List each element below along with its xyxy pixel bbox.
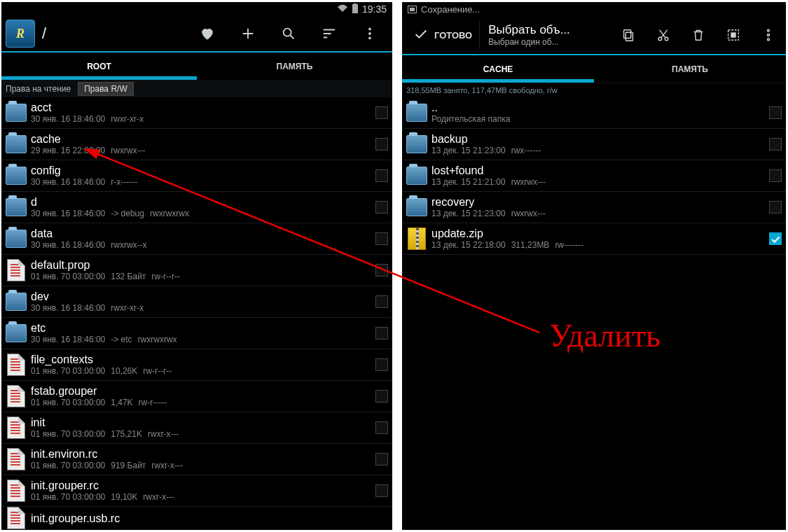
list-item[interactable]: fstab.grouper01 янв. 70 03:00:001,47Krw-… xyxy=(1,381,392,412)
checkbox[interactable] xyxy=(375,484,388,497)
right-file-list[interactable]: ..Родительская папкаbackup13 дек. 15 21:… xyxy=(402,97,786,255)
folder-icon xyxy=(6,324,27,342)
list-item[interactable]: init.environ.rc01 янв. 70 03:00:00919 Ба… xyxy=(1,444,392,475)
left-pane: 19:35 R / ROOT ПАМЯТЬ Права на чтение Пр… xyxy=(1,2,392,530)
list-item[interactable]: file_contexts01 янв. 70 03:00:0010,26Krw… xyxy=(1,349,392,381)
tab-root[interactable]: ROOT xyxy=(1,52,197,80)
file-icon xyxy=(7,354,25,376)
checkbox[interactable] xyxy=(375,327,388,340)
list-item[interactable]: default.prop01 янв. 70 03:00:00132 Байтr… xyxy=(1,255,392,286)
list-item[interactable]: lost+found13 дек. 15 21:21:00rwxrwx--- xyxy=(402,160,786,192)
tab-cache[interactable]: CACHE xyxy=(402,55,594,83)
checkbox[interactable] xyxy=(375,358,388,371)
overflow-button-right[interactable] xyxy=(751,15,786,55)
checkbox[interactable] xyxy=(375,106,388,119)
checkbox[interactable] xyxy=(375,295,388,308)
file-name: etc xyxy=(31,321,375,335)
list-item[interactable]: etc30 янв. 16 18:46:00-> etcrwxrwxrwx xyxy=(1,318,392,349)
checkbox[interactable] xyxy=(375,232,388,245)
list-item[interactable]: dev30 янв. 16 18:46:00rwxr-xr-x xyxy=(1,286,392,318)
list-item[interactable]: backup13 дек. 15 21:23:00rwx------ xyxy=(402,129,786,160)
checkbox[interactable] xyxy=(769,232,782,245)
file-icon xyxy=(7,479,25,502)
search-button[interactable] xyxy=(270,17,307,50)
copy-button[interactable] xyxy=(611,15,646,55)
checkbox[interactable] xyxy=(769,138,782,150)
overflow-button[interactable] xyxy=(352,17,388,50)
checkbox[interactable] xyxy=(375,264,388,276)
toolbar: R / xyxy=(1,16,392,52)
folder-icon xyxy=(406,198,427,216)
perm-rw-button[interactable]: Права R/W xyxy=(78,82,134,96)
favorite-button[interactable] xyxy=(189,17,226,50)
archive-icon xyxy=(408,227,426,250)
file-details: 30 янв. 16 18:46:00r-x------ xyxy=(31,177,375,188)
file-icon xyxy=(7,416,25,439)
file-name: default.prop xyxy=(31,258,375,272)
path-label[interactable]: / xyxy=(42,24,46,43)
list-item[interactable]: d30 янв. 16 18:46:00-> debugrwxrwxrwx xyxy=(1,192,392,223)
file-name: init xyxy=(31,416,375,429)
checkbox[interactable] xyxy=(375,169,388,182)
checkbox[interactable] xyxy=(375,453,388,465)
list-item[interactable]: config30 янв. 16 18:46:00r-x------ xyxy=(1,160,392,192)
storage-info: 318,55MB занято, 117,47MB свободно, r/w xyxy=(402,83,786,97)
list-item[interactable]: init01 янв. 70 03:00:00175,21Krwxr-x--- xyxy=(1,412,392,444)
app-icon[interactable]: R xyxy=(6,20,35,48)
file-name: fstab.grouper xyxy=(31,384,375,398)
list-item[interactable]: init.grouper.usb.rc xyxy=(1,507,392,529)
delete-button[interactable] xyxy=(681,15,716,55)
tab-memory-right[interactable]: ПАМЯТЬ xyxy=(594,55,786,83)
right-tabs: CACHE ПАМЯТЬ xyxy=(402,55,786,83)
checkbox[interactable] xyxy=(769,169,782,182)
file-details: 01 янв. 70 03:00:001,47Krw-r----- xyxy=(31,398,375,408)
list-item[interactable]: cache29 янв. 16 22:09:00rwxrwx--- xyxy=(1,129,392,160)
save-icon xyxy=(408,6,417,13)
file-icon xyxy=(7,448,25,470)
add-button[interactable] xyxy=(230,17,266,50)
svg-point-4 xyxy=(369,33,371,35)
check-icon xyxy=(413,27,429,44)
list-item[interactable]: data30 янв. 16 18:46:00rwxrwx--x xyxy=(1,223,392,255)
file-details: 01 янв. 70 03:00:00132 Байтrw-r--r-- xyxy=(31,272,375,282)
list-item[interactable]: update.zip13 дек. 15 22:18:00311,23MBrw-… xyxy=(402,223,786,255)
svg-rect-1 xyxy=(354,4,357,5)
status-bar: 19:35 xyxy=(1,2,392,16)
list-item[interactable]: ..Родительская папка xyxy=(402,97,786,129)
list-item[interactable]: init.grouper.rc01 янв. 70 03:00:0019,10K… xyxy=(1,475,392,507)
svg-point-2 xyxy=(284,29,291,36)
tab-memory[interactable]: ПАМЯТЬ xyxy=(197,52,392,80)
left-file-list[interactable]: acct30 янв. 16 18:46:00rwxr-xr-xcache29 … xyxy=(1,97,392,529)
action-bar: ГОТОВО Выбрать объ... Выбран один об... xyxy=(402,16,786,55)
svg-rect-6 xyxy=(625,32,633,41)
svg-point-12 xyxy=(768,29,770,31)
checkbox[interactable] xyxy=(769,106,782,119)
sort-button[interactable] xyxy=(311,17,347,50)
checkbox[interactable] xyxy=(375,390,388,402)
file-name: .. xyxy=(431,101,769,114)
action-titles: Выбрать объ... Выбран один об... xyxy=(480,23,571,47)
list-item[interactable]: acct30 янв. 16 18:46:00rwxr-xr-x xyxy=(1,97,392,129)
file-name: cache xyxy=(31,132,375,146)
list-item[interactable]: recovery13 дек. 15 21:23:00rwxrwx--- xyxy=(402,192,786,223)
wifi-icon xyxy=(337,4,348,15)
file-name: init.environ.rc xyxy=(31,447,375,461)
checkbox[interactable] xyxy=(769,201,782,214)
file-name: acct xyxy=(31,101,375,114)
svg-rect-0 xyxy=(352,4,358,13)
done-button[interactable]: ГОТОВО xyxy=(406,21,480,49)
file-details: 13 дек. 15 21:21:00rwxrwx--- xyxy=(431,177,769,188)
file-name: update.zip xyxy=(431,227,769,240)
file-details: 13 дек. 15 21:23:00rwxrwx--- xyxy=(431,209,769,219)
file-icon xyxy=(7,385,25,407)
checkbox[interactable] xyxy=(375,421,388,434)
checkbox[interactable] xyxy=(375,138,388,150)
file-name: init.grouper.rc xyxy=(31,479,375,492)
checkbox[interactable] xyxy=(375,201,388,214)
file-details: 30 янв. 16 18:46:00rwxr-xr-x xyxy=(31,303,375,314)
select-button[interactable] xyxy=(716,15,751,55)
action-subtitle: Выбран один об... xyxy=(488,37,562,47)
svg-point-8 xyxy=(658,37,662,41)
file-icon xyxy=(7,507,25,529)
cut-button[interactable] xyxy=(646,15,681,55)
